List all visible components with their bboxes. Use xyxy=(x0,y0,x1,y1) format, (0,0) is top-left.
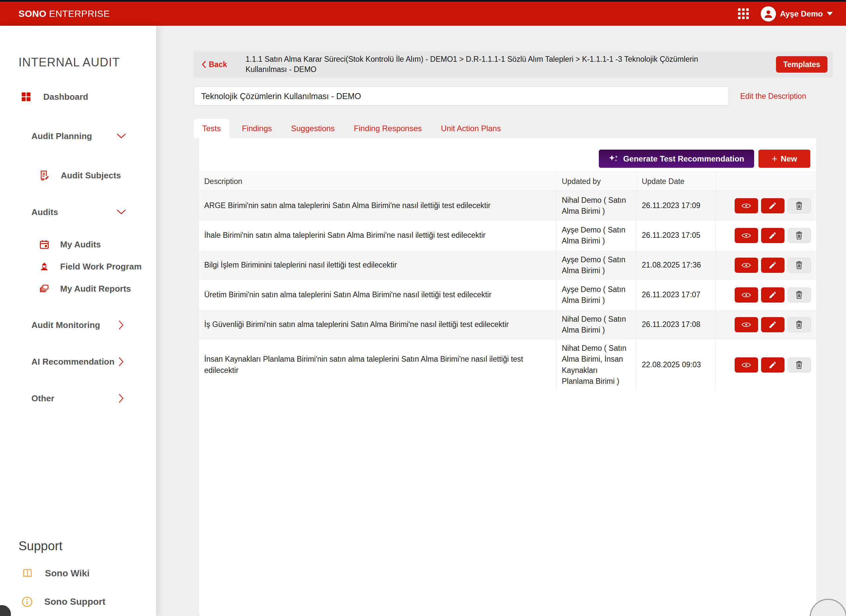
main-area: Back 1.1.1 Satın Alma Karar Süreci(Stok … xyxy=(156,26,842,616)
brand-bold: SONO xyxy=(19,9,46,19)
sidebar-item-label: Other xyxy=(31,393,54,403)
edit-button[interactable] xyxy=(761,317,784,332)
sidebar-item-other[interactable]: Other xyxy=(0,390,156,406)
pencil-icon xyxy=(768,361,777,369)
new-button[interactable]: + New xyxy=(758,150,810,168)
avatar xyxy=(761,6,776,22)
view-button[interactable] xyxy=(734,228,758,243)
sidebar-item-label: My Audit Reports xyxy=(60,284,131,294)
cell-updated-by: Ayşe Demo ( Satın Alma Birimi ) xyxy=(556,280,636,310)
cell-update-date: 26.11.2023 17:09 xyxy=(636,191,715,221)
edit-button[interactable] xyxy=(761,287,784,302)
tab-findings[interactable]: Findings xyxy=(235,119,279,138)
sidebar-item-label: Audit Subjects xyxy=(61,170,121,181)
chevron-left-icon xyxy=(201,61,206,68)
tab-suggestions[interactable]: Suggestions xyxy=(285,119,341,138)
edit-description-link[interactable]: Edit the Description xyxy=(740,92,806,101)
user-menu[interactable]: Ayşe Demo xyxy=(761,6,833,22)
delete-button[interactable] xyxy=(787,317,811,332)
dashboard-icon xyxy=(21,91,31,102)
support-section: Support Sono Wiki xyxy=(0,539,156,610)
description-input[interactable] xyxy=(194,87,729,106)
edit-button[interactable] xyxy=(761,198,784,213)
sidebar-item-dashboard[interactable]: Dashboard xyxy=(0,88,156,105)
sidebar: INTERNAL AUDIT Dashboard Audit Planning xyxy=(0,26,156,616)
view-button[interactable] xyxy=(734,317,758,332)
pencil-icon xyxy=(768,320,777,329)
tests-panel: Generate Test Recommendation + New Descr… xyxy=(199,138,816,616)
eye-icon xyxy=(741,291,751,299)
chevron-down-icon xyxy=(116,131,127,142)
sidebar-item-sono-support[interactable]: Sono Support xyxy=(0,594,106,610)
tab-tests[interactable]: Tests xyxy=(194,119,229,138)
sidebar-item-audit-monitoring[interactable]: Audit Monitoring xyxy=(0,317,156,333)
sidebar-item-ai-recommendation[interactable]: AI Recommendation xyxy=(0,353,156,370)
tab-bar: Tests Findings Suggestions Finding Respo… xyxy=(194,119,833,138)
sidebar-item-label: Sono Support xyxy=(44,597,106,607)
support-title: Support xyxy=(19,539,156,553)
apps-grid-icon xyxy=(738,8,749,19)
delete-button[interactable] xyxy=(787,198,811,213)
trash-icon xyxy=(795,201,803,210)
sidebar-item-audit-planning[interactable]: Audit Planning xyxy=(0,128,156,144)
generate-test-recommendation-button[interactable]: Generate Test Recommendation xyxy=(599,150,754,168)
table-row: İş Güvenliği Birimi'nin satın alma talep… xyxy=(199,310,816,340)
view-button[interactable] xyxy=(734,198,758,213)
apps-grid-button[interactable] xyxy=(736,7,751,21)
eye-icon xyxy=(741,361,751,369)
edit-button[interactable] xyxy=(761,258,784,273)
sidebar-item-audits[interactable]: Audits xyxy=(0,204,156,220)
cell-description: Üretim Birimi'nin satın alma taleplerini… xyxy=(199,280,556,310)
generate-label: Generate Test Recommendation xyxy=(623,154,744,163)
sidebar-item-label: Audit Planning xyxy=(31,131,92,141)
trash-icon xyxy=(795,231,803,240)
plus-icon: + xyxy=(772,154,778,164)
back-button[interactable]: Back xyxy=(197,60,232,69)
sidebar-item-audit-subjects[interactable]: Audit Subjects xyxy=(0,167,156,183)
eye-icon xyxy=(741,321,751,328)
cell-updated-by: Ayşe Demo ( Satın Alma Birimi ) xyxy=(556,221,636,250)
trash-icon xyxy=(795,320,803,329)
chevron-right-icon xyxy=(116,356,127,367)
pencil-icon xyxy=(768,231,777,240)
sidebar-item-field-work-program[interactable]: Field Work Program xyxy=(0,258,156,275)
view-button[interactable] xyxy=(734,258,758,273)
book-icon xyxy=(21,568,34,579)
view-button[interactable] xyxy=(734,287,758,302)
delete-button[interactable] xyxy=(787,357,811,373)
brand-logo: SONOENTERPRISE xyxy=(19,9,110,19)
chevron-right-icon xyxy=(116,320,127,331)
sidebar-item-my-audits[interactable]: My Audits xyxy=(0,236,156,253)
templates-button[interactable]: Templates xyxy=(776,56,827,73)
table-row: İhale Birimi'nin satın alma taleplerini … xyxy=(199,221,816,250)
sidebar-item-label: Field Work Program xyxy=(60,262,142,272)
tab-unit-action-plans[interactable]: Unit Action Plans xyxy=(434,119,507,138)
cell-update-date: 26.11.2023 17:08 xyxy=(636,310,715,340)
chevron-down-icon xyxy=(116,207,127,218)
sidebar-item-sono-wiki[interactable]: Sono Wiki xyxy=(0,565,90,582)
edit-button[interactable] xyxy=(761,228,784,243)
app-screen: SONOENTERPRISE A xyxy=(0,0,846,616)
audit-subjects-icon xyxy=(39,170,50,181)
sidebar-item-my-audit-reports[interactable]: My Audit Reports xyxy=(0,280,156,297)
eye-icon xyxy=(741,262,751,269)
delete-button[interactable] xyxy=(787,258,811,273)
header-right: Ayşe Demo xyxy=(736,6,833,22)
chevron-down-icon xyxy=(827,12,833,16)
delete-button[interactable] xyxy=(787,228,811,243)
eye-icon xyxy=(741,232,751,239)
sidebar-item-label: AI Recommendation xyxy=(31,357,115,367)
app-header: SONOENTERPRISE A xyxy=(0,1,846,26)
cell-actions xyxy=(715,191,816,221)
tab-finding-responses[interactable]: Finding Responses xyxy=(347,119,428,138)
trash-icon xyxy=(795,290,803,299)
cell-actions xyxy=(715,310,816,340)
edit-button[interactable] xyxy=(761,357,784,373)
panel-toolbar: Generate Test Recommendation + New xyxy=(199,138,816,168)
content: Back 1.1.1 Satın Alma Karar Süreci(Stok … xyxy=(194,51,833,616)
delete-button[interactable] xyxy=(787,287,811,302)
sidebar-nav: Dashboard Audit Planning xyxy=(0,69,156,406)
cell-updated-by: Nihal Demo ( Satın Alma Birimi ) xyxy=(556,191,636,221)
eye-icon xyxy=(741,202,751,210)
view-button[interactable] xyxy=(734,357,758,373)
